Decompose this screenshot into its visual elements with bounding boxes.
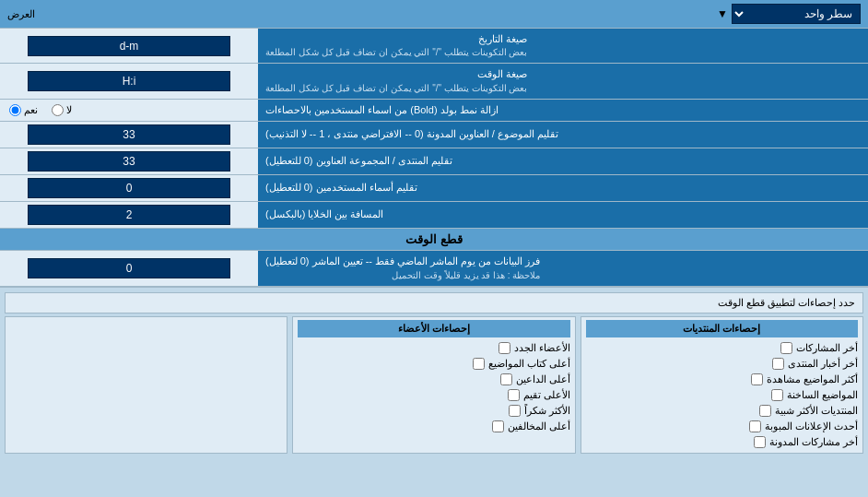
trim-forum-input-cell xyxy=(0,148,258,174)
bold-yes-option[interactable]: نعم xyxy=(9,104,38,116)
members-column: إحصاءات الأعضاء الأعضاء الجدد أعلى كتاب … xyxy=(292,316,575,454)
checkbox-item-members-5[interactable]: أعلى المخالفين xyxy=(298,419,569,434)
checkbox-item-posts-5[interactable]: أحدث الإعلانات المبوبة xyxy=(586,419,858,434)
date-format-row: صيغة التاريخ بعض التكوينات يتطلب "/" الت… xyxy=(0,29,868,64)
posts-column-header: إحصاءات المنتديات xyxy=(586,320,858,337)
checkbox-posts-4[interactable] xyxy=(759,405,771,417)
checkbox-item-posts-0[interactable]: أخر المشاركات xyxy=(586,340,858,356)
checkbox-posts-3[interactable] xyxy=(771,389,783,401)
bold-remove-label: ازالة نمط بولد (Bold) من اسماء المستخدمي… xyxy=(258,100,868,121)
time-format-label: صيغة الوقت بعض التكوينات يتطلب "/" التي … xyxy=(258,64,868,98)
bold-remove-row: ازالة نمط بولد (Bold) من اسماء المستخدمي… xyxy=(0,100,868,122)
cutoff-section-header: قطع الوقت xyxy=(0,229,868,251)
time-format-input-cell xyxy=(0,64,258,98)
trim-forum-label: تقليم المنتدى / المجموعة العناوين (0 للت… xyxy=(258,148,868,174)
posts-column: إحصاءات المنتديات أخر المشاركات أخر أخبا… xyxy=(581,316,863,454)
select-container[interactable]: سطر واحدسطرينثلاثة أسطر ▼ xyxy=(717,4,861,24)
time-format-input[interactable] xyxy=(28,71,230,91)
checkbox-item-posts-2[interactable]: أكثر المواضيع مشاهدة xyxy=(586,372,858,387)
checkbox-members-4[interactable] xyxy=(509,405,521,417)
cell-spacing-input-cell xyxy=(0,202,258,228)
date-format-input-cell xyxy=(0,29,258,63)
checkbox-item-posts-3[interactable]: المواضيع الساخنة xyxy=(586,387,858,403)
trim-users-row: تقليم أسماء المستخدمين (0 للتعطيل) xyxy=(0,175,868,202)
checkbox-members-2[interactable] xyxy=(500,373,512,385)
cell-spacing-row: المسافة بين الخلايا (بالبكسل) xyxy=(0,202,868,229)
trim-forum-input[interactable] xyxy=(28,151,230,172)
members-column-header: إحصاءات الأعضاء xyxy=(298,320,569,337)
checkboxes-grid: إحصاءات المنتديات أخر المشاركات أخر أخبا… xyxy=(5,316,863,454)
fetch-row: فرز البيانات من يوم الماشر الماضي فقط --… xyxy=(0,251,868,286)
checkbox-posts-6[interactable] xyxy=(754,436,766,448)
checkbox-item-posts-6[interactable]: أخر مشاركات المدونة xyxy=(586,434,858,450)
fetch-input-cell xyxy=(0,251,258,285)
date-format-label: صيغة التاريخ بعض التكوينات يتطلب "/" الت… xyxy=(258,29,868,63)
display-select[interactable]: سطر واحدسطرينثلاثة أسطر xyxy=(732,4,861,24)
checkbox-members-3[interactable] xyxy=(508,389,520,401)
trim-subject-label: تقليم الموضوع / العناوين المدونة (0 -- ا… xyxy=(258,122,868,148)
bold-no-radio[interactable] xyxy=(52,104,64,116)
checkbox-members-1[interactable] xyxy=(473,358,485,370)
checkbox-item-members-2[interactable]: أعلى الداعين xyxy=(298,372,569,387)
fetch-label: فرز البيانات من يوم الماشر الماضي فقط --… xyxy=(258,251,868,285)
trim-users-input-cell xyxy=(0,175,258,201)
date-format-input[interactable] xyxy=(28,36,230,56)
trim-subject-input[interactable] xyxy=(28,124,230,145)
trim-users-label: تقليم أسماء المستخدمين (0 للتعطيل) xyxy=(258,175,868,201)
checkbox-item-members-3[interactable]: الأعلى تقيم xyxy=(298,387,569,403)
trim-subject-row: تقليم الموضوع / العناوين المدونة (0 -- ا… xyxy=(0,122,868,148)
checkboxes-container: حدد إحصاءات لتطبيق قطع الوقت إحصاءات الم… xyxy=(0,287,868,458)
trim-forum-row: تقليم المنتدى / المجموعة العناوين (0 للت… xyxy=(0,148,868,175)
bold-remove-options: لا نعم xyxy=(0,100,258,121)
top-header-row: سطر واحدسطرينثلاثة أسطر ▼ العرض xyxy=(0,0,868,29)
fetch-input[interactable] xyxy=(28,258,230,278)
checkbox-posts-0[interactable] xyxy=(780,342,792,354)
checkbox-item-members-4[interactable]: الأكثر شكراً xyxy=(298,403,569,419)
checkbox-item-posts-4[interactable]: المنتديات الأكثر شبية xyxy=(586,403,858,419)
checkbox-posts-5[interactable] xyxy=(749,420,761,432)
checkbox-members-5[interactable] xyxy=(492,420,504,432)
trim-users-input[interactable] xyxy=(28,178,230,198)
dropdown-arrow-icon: ▼ xyxy=(717,7,728,20)
bold-no-option[interactable]: لا xyxy=(52,104,72,116)
checkbox-item-members-0[interactable]: الأعضاء الجدد xyxy=(298,340,569,356)
time-format-row: صيغة الوقت بعض التكوينات يتطلب "/" التي … xyxy=(0,64,868,99)
checkbox-item-members-1[interactable]: أعلى كتاب المواضيع xyxy=(298,356,569,372)
cell-spacing-input[interactable] xyxy=(28,205,230,225)
bold-yes-radio[interactable] xyxy=(9,104,21,116)
checkbox-posts-2[interactable] xyxy=(751,373,763,385)
stats-header: حدد إحصاءات لتطبيق قطع الوقت xyxy=(5,292,863,314)
checkbox-posts-1[interactable] xyxy=(772,358,784,370)
checkbox-members-0[interactable] xyxy=(499,342,510,354)
main-container: سطر واحدسطرينثلاثة أسطر ▼ العرض صيغة الت… xyxy=(0,0,868,458)
checkbox-item-posts-1[interactable]: أخر أخبار المنتدى xyxy=(586,356,858,372)
cell-spacing-label: المسافة بين الخلايا (بالبكسل) xyxy=(258,202,868,228)
trim-subject-input-cell xyxy=(0,122,258,148)
empty-column xyxy=(5,316,287,454)
display-label: العرض xyxy=(7,8,35,20)
